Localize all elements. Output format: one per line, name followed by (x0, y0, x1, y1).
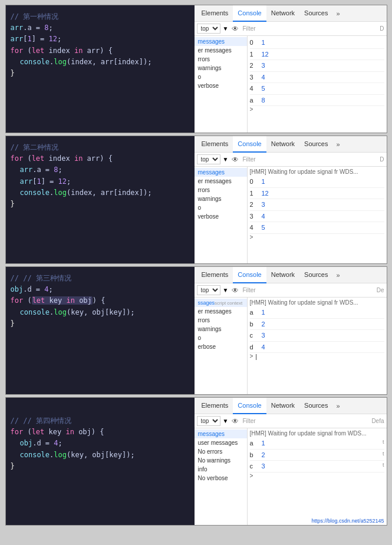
code-line: console.log(index, arr[index]); (11, 187, 190, 199)
tab-elements-4[interactable]: Elements (197, 398, 233, 414)
code-line: console.log(key, obj[key]); (11, 307, 190, 318)
sidebar-1: messages er messages rrors warnings o ve… (195, 36, 248, 133)
tab-bar-4: Elements Console Network Sources » (195, 398, 387, 414)
tab-sources-2[interactable]: Sources (299, 136, 332, 153)
sidebar-o-1[interactable]: o (195, 72, 247, 81)
log-line: 01 (250, 176, 384, 188)
tab-bar-1: Elements Console Network Sources » (195, 5, 387, 22)
sidebar-verbose-4[interactable]: No verbose (195, 474, 247, 483)
context-select-4[interactable]: top (197, 416, 220, 426)
tab-console-4[interactable]: Console (233, 398, 266, 414)
code-line: } (11, 318, 190, 329)
devtools-1: Elements Console Network Sources » top ▼… (195, 5, 387, 133)
log-line: c3 (250, 330, 384, 342)
comment-line: // 第一种情况 (11, 11, 190, 22)
sidebar-warnings-4[interactable]: No warnings (195, 456, 247, 465)
sidebar-verbose-2[interactable]: verbose (195, 212, 247, 221)
sidebar-errors-2[interactable]: rrors (195, 186, 247, 194)
tab-more-4[interactable]: » (334, 400, 342, 412)
panel-1: // 第一种情况 arr.a = 8; arr[1] = 12; for (le… (5, 5, 387, 133)
sidebar-er-2[interactable]: er messages (195, 177, 247, 186)
comment-line: // // 第三种情况 (11, 273, 190, 284)
code-line: for (let key in obj) { (11, 427, 190, 438)
log-line: 112 (250, 188, 384, 200)
log-line: c3t (250, 461, 384, 473)
eye-icon-3[interactable]: 👁 (230, 286, 240, 295)
sidebar-messages-1[interactable]: messages (195, 37, 247, 46)
sidebar-warnings-2[interactable]: warnings (195, 194, 247, 203)
sidebar-warnings-1[interactable]: warnings (195, 64, 247, 72)
tab-elements-2[interactable]: Elements (197, 136, 233, 153)
tab-network-2[interactable]: Network (266, 136, 299, 153)
sidebar-info-4[interactable]: info (195, 465, 247, 474)
sidebar-2: messages er messages rrors warnings o ve… (195, 167, 248, 263)
sidebar-er-3[interactable]: er messages (195, 307, 247, 316)
console-content-1: 01 112 23 34 45 a8 > (248, 36, 387, 133)
tab-network-1[interactable]: Network (266, 5, 299, 22)
sidebar-user-4[interactable]: user messages (195, 438, 247, 447)
comment-line: // 第二种情况 (11, 142, 190, 153)
tab-network-3[interactable]: Network (266, 267, 299, 283)
tab-sources-1[interactable]: Sources (299, 5, 332, 22)
default-label-4: Defa (371, 418, 384, 424)
eye-icon-4[interactable]: 👁 (230, 417, 240, 425)
sidebar-o-2[interactable]: o (195, 203, 247, 212)
tab-network-4[interactable]: Network (266, 398, 299, 414)
log-line: 45 (250, 83, 384, 95)
eye-icon-2[interactable]: 👁 (230, 156, 240, 164)
context-select-2[interactable]: top (197, 154, 220, 164)
tab-console-3[interactable]: Console (233, 267, 266, 283)
tab-more-1[interactable]: » (334, 8, 342, 19)
tab-elements-3[interactable]: Elements (197, 267, 233, 283)
watermark: https://blog.csdn.net/a5252145 (311, 518, 384, 524)
default-label-1: D (380, 25, 384, 32)
cursor-line: >| (250, 353, 384, 360)
hmr-msg-2: [HMR] Waiting for update signal fr WDS..… (250, 168, 384, 176)
sidebar-messages-3[interactable]: ssagesscript context (195, 299, 247, 307)
hmr-msg-3: [HMR] Waiting for update signal fr WDS..… (250, 299, 384, 307)
log-line: a8 (250, 95, 384, 107)
context-select-1[interactable]: top (197, 24, 220, 34)
sidebar-errors-3[interactable]: rrors (195, 316, 247, 325)
tab-console-2[interactable]: Console (233, 136, 266, 153)
console-content-3: [HMR] Waiting for update signal fr WDS..… (248, 298, 387, 394)
tab-more-2[interactable]: » (334, 138, 342, 150)
code-line: } (11, 199, 190, 210)
log-line: 45 (250, 222, 384, 234)
tab-elements-1[interactable]: Elements (197, 5, 233, 22)
tab-console-1[interactable]: Console (233, 5, 266, 22)
code-line: for (let index in arr) { (11, 153, 190, 164)
tab-sources-3[interactable]: Sources (299, 267, 332, 283)
sidebar-errors-4[interactable]: No errors (195, 447, 247, 456)
code-line: console.log(index, arr[index]); (11, 57, 190, 68)
devtools-2: Elements Console Network Sources » top ▼… (195, 136, 387, 263)
log-line: 34 (250, 211, 384, 223)
tab-more-3[interactable]: » (334, 269, 342, 281)
sidebar-messages-4[interactable]: messages (195, 430, 247, 438)
code-panel-2: // 第二种情况 for (let index in arr) { arr.a … (6, 136, 195, 263)
tab-bar-2: Elements Console Network Sources » (195, 136, 387, 153)
code-line: obj.d = 4; (11, 284, 190, 295)
sidebar-o-3[interactable]: o (195, 333, 247, 342)
eye-icon-1[interactable]: 👁 (230, 25, 240, 33)
sidebar-verbose-1[interactable]: verbose (195, 81, 247, 90)
log-line: a1t (250, 438, 384, 450)
log-line: 112 (250, 49, 384, 61)
spacer (11, 404, 190, 415)
code-line: obj.d = 4; (11, 438, 190, 449)
tab-bar-3: Elements Console Network Sources » (195, 267, 387, 283)
code-panel-1: // 第一种情况 arr.a = 8; arr[1] = 12; for (le… (6, 5, 195, 133)
sidebar-messages-2[interactable]: messages (195, 168, 247, 177)
context-select-3[interactable]: top (197, 285, 220, 295)
sidebar-verbose-3[interactable]: erbose (195, 342, 247, 351)
log-line: 34 (250, 72, 384, 84)
sidebar-warnings-3[interactable]: warnings (195, 325, 247, 333)
devtools-4: Elements Console Network Sources » top ▼… (195, 398, 387, 525)
sidebar-er-messages-1[interactable]: er messages (195, 46, 247, 55)
log-line: 23 (250, 60, 384, 72)
log-line: 01 (250, 37, 384, 49)
tab-sources-4[interactable]: Sources (299, 398, 332, 414)
hmr-msg-4: [HMR] Waiting for update signal from WDS… (250, 430, 384, 438)
sidebar-errors-1[interactable]: rrors (195, 55, 247, 64)
sidebar-3: ssagesscript context er messages rrors w… (195, 298, 248, 394)
